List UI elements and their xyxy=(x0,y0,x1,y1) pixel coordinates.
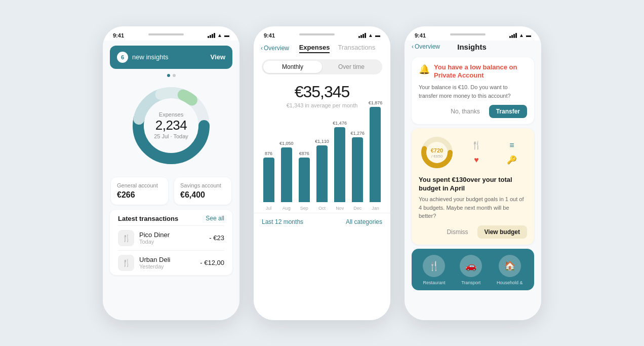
budget-donut-amount: €720 xyxy=(431,147,443,153)
transfer-btn[interactable]: Transfer xyxy=(489,105,527,118)
budget-title: You spent €130over your total budget in … xyxy=(419,176,527,193)
bar-nov xyxy=(334,127,345,202)
insights-badge: 6 new insights xyxy=(117,52,169,63)
bar-label-jan: Jan xyxy=(372,206,379,211)
back-label-3: Overview xyxy=(415,43,440,50)
phone1-content: 6 new insights View xyxy=(103,41,239,320)
phone-overview: 9:41 ▲ ▬ 6 new insights View xyxy=(103,26,239,320)
tab-expenses[interactable]: Expenses xyxy=(299,44,330,53)
chevron-left-icon-3: ‹ xyxy=(412,43,414,50)
tab-transactions[interactable]: Transactions xyxy=(338,44,375,53)
status-bar-2: 9:41 ▲ ▬ xyxy=(254,26,390,41)
bar-col-nov: €1,476 Nov xyxy=(331,121,349,211)
status-icons-2: ▲ ▬ xyxy=(358,32,380,38)
time-2: 9:41 xyxy=(264,32,275,39)
toggle-overtime[interactable]: Over time xyxy=(322,61,381,73)
accounts-row: General account €266 Savings account €6,… xyxy=(103,174,239,210)
account-general-name: General account xyxy=(117,182,162,188)
cat-transport[interactable]: 🚗 Transport xyxy=(460,255,482,285)
tx-icon-2: 🍴 xyxy=(118,255,134,271)
status-icons-3: ▲ ▬ xyxy=(509,32,531,38)
bar-col-sep: €876 Sep xyxy=(295,151,313,211)
view-budget-btn[interactable]: View budget xyxy=(477,225,527,239)
dismiss-btn[interactable]: Dismiss xyxy=(442,225,473,239)
alert-actions: No, thanks Transfer xyxy=(419,105,527,118)
bar-value-jan: €1,876 xyxy=(369,100,383,105)
budget-icon-heart: ♥ xyxy=(461,155,492,165)
signal-icon-3 xyxy=(509,33,517,38)
all-categories-btn[interactable]: All categories xyxy=(346,218,382,225)
bar-oct xyxy=(316,145,328,202)
alert-title: You have a low balance on Private Accoun… xyxy=(434,63,527,81)
budget-card: €720 / €650 🍴 ≡ ♥ 🔑 You spent €130over y… xyxy=(412,128,534,244)
back-label-2: Overview xyxy=(264,45,289,52)
toggle-monthly[interactable]: Monthly xyxy=(263,61,322,73)
account-savings[interactable]: Savings account €6,400 xyxy=(174,177,231,205)
insights-view-btn[interactable]: View xyxy=(211,53,225,61)
signal-icon-2 xyxy=(358,33,366,38)
cat-restaurant[interactable]: 🍴 Restaurant xyxy=(423,255,445,285)
tx-name-2: Urban Deli xyxy=(139,256,195,263)
transaction-item-1[interactable]: 🍴 Pico Diner Today - €23 xyxy=(118,225,224,250)
bar-value-nov: €1,476 xyxy=(333,121,347,126)
transaction-item-2[interactable]: 🍴 Urban Deli Yesterday - €12,00 xyxy=(118,250,224,275)
bar-jan xyxy=(370,107,381,202)
bar-col-dec: €1,276 Dec xyxy=(349,131,367,211)
transactions-header: Latest transactions See all xyxy=(118,210,224,225)
phones-container: 9:41 ▲ ▬ 6 new insights View xyxy=(103,26,541,320)
insights-header: ‹ Overview Insights xyxy=(405,41,541,55)
tx-details-2: Urban Deli Yesterday xyxy=(139,256,195,270)
wifi-icon-2: ▲ xyxy=(368,32,373,38)
budget-icon-list: ≡ xyxy=(497,140,527,150)
alert-header: 🔔 You have a low balance on Private Acco… xyxy=(419,63,527,81)
transactions-title: Latest transactions xyxy=(118,215,178,222)
back-button-3[interactable]: ‹ Overview xyxy=(412,43,440,50)
bar-dec xyxy=(352,137,363,202)
cat-household[interactable]: 🏠 Household & xyxy=(497,255,523,285)
cat-label-transport: Transport xyxy=(461,280,480,285)
back-button-2[interactable]: ‹ Overview xyxy=(261,45,289,52)
donut-period: 25 Jul · Today xyxy=(154,133,188,139)
tab-navigation: ‹ Overview Expenses Transactions xyxy=(254,41,390,57)
last-12-months-btn[interactable]: Last 12 months xyxy=(262,218,303,225)
no-thanks-btn[interactable]: No, thanks xyxy=(446,105,485,118)
tx-icon-1: 🍴 xyxy=(118,230,134,246)
budget-donut: €720 / €650 xyxy=(419,134,455,171)
insights-banner[interactable]: 6 new insights View xyxy=(110,46,232,69)
bar-col-oct: €1,110 Oct xyxy=(313,139,331,211)
bar-value-jul: 876 xyxy=(265,151,272,156)
bar-label-oct: Oct xyxy=(318,206,326,211)
cat-icon-restaurant: 🍴 xyxy=(423,255,445,277)
budget-icon-restaurant: 🍴 xyxy=(461,140,492,150)
donut-chart-section: Expenses 2,234 25 Jul · Today xyxy=(103,80,239,171)
cat-icon-household: 🏠 xyxy=(499,255,521,277)
cat-label-restaurant: Restaurant xyxy=(423,280,445,285)
tx-details-1: Pico Diner Today xyxy=(139,231,204,245)
tx-amount-1: - €23 xyxy=(209,234,224,242)
account-general[interactable]: General account €266 xyxy=(111,177,168,205)
status-bar-3: 9:41 ▲ ▬ xyxy=(405,26,541,41)
budget-donut-sub: / €650 xyxy=(431,154,443,159)
account-savings-amount: €6,400 xyxy=(180,190,225,200)
insights-label: new insights xyxy=(132,53,169,61)
phone-expenses: 9:41 ▲ ▬ ‹ Overview Expense xyxy=(254,26,390,320)
bar-col-aug: €1,050 Aug xyxy=(277,141,295,211)
wifi-icon-1: ▲ xyxy=(217,32,222,38)
wifi-icon-3: ▲ xyxy=(519,32,524,38)
phone3-content: ‹ Overview Insights 🔔 You have a low bal… xyxy=(405,41,541,320)
bell-icon: 🔔 xyxy=(419,64,430,75)
tx-date-2: Yesterday xyxy=(139,263,195,270)
account-savings-name: Savings account xyxy=(180,182,225,188)
signal-icon-1 xyxy=(208,33,215,38)
see-all-btn[interactable]: See all xyxy=(206,215,224,222)
chart-footer: Last 12 months All categories xyxy=(254,213,390,228)
donut-label: Expenses xyxy=(154,111,188,118)
tx-name-1: Pico Diner xyxy=(139,231,204,239)
time-1: 9:41 xyxy=(113,32,124,39)
cat-label-household: Household & xyxy=(497,280,523,285)
dots-navigation xyxy=(103,74,239,77)
donut-amount: 2,234 xyxy=(154,118,188,133)
bar-sep xyxy=(299,158,310,202)
budget-icons-grid: 🍴 ≡ ♥ 🔑 xyxy=(461,140,527,165)
dot-2 xyxy=(173,74,176,77)
